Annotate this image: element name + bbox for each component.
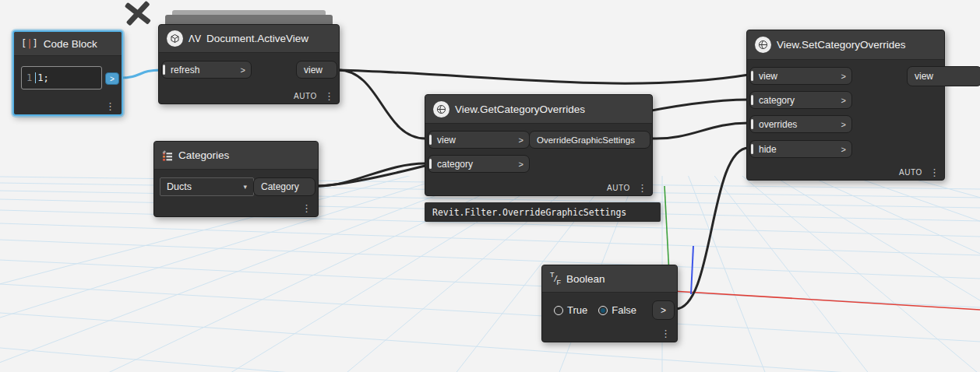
get-category-overrides-node[interactable]: View.GetCategoryOverrides view > categor… (425, 94, 653, 196)
port-chevron-icon: > (841, 96, 851, 105)
wire-category-to-get-category[interactable] (318, 163, 425, 186)
wire-activeview-to-get-view[interactable] (338, 70, 425, 139)
dynamo-canvas[interactable]: [|] Code Block 1 1; > ⋮ ΛV Document.Acti… (0, 0, 980, 372)
code-block-output-port[interactable]: > (105, 72, 119, 85)
output-type-tooltip: Revit.Filter.OverrideGraphicSettings (425, 202, 661, 222)
node-menu-dots[interactable]: ⋮ (661, 328, 671, 339)
option-false[interactable]: False (598, 304, 636, 316)
node-title: Document.ActiveView (206, 33, 308, 44)
document-activeview-node[interactable]: ΛV Document.ActiveView refresh > view AU… (158, 24, 340, 104)
port-chevron-icon: > (519, 160, 529, 169)
port-label: category (759, 95, 795, 106)
dropdown-value: Ducts (167, 181, 192, 192)
port-category-input[interactable]: category > (428, 155, 530, 173)
port-view-input[interactable]: view > (749, 67, 852, 85)
port-chevron-icon: > (661, 305, 666, 316)
boolean-header: T/F Boolean (542, 265, 677, 293)
port-category-input[interactable]: category > (749, 91, 852, 109)
set-node-icon (755, 37, 771, 53)
node-footer: AUTO ⋮ (607, 183, 647, 193)
port-chevron-icon: > (841, 72, 851, 81)
radio-true[interactable] (554, 306, 563, 315)
set-category-overrides-node[interactable]: View.SetCategoryOverrides view > categor… (746, 30, 945, 181)
port-label: refresh (171, 65, 199, 75)
chevron-down-icon: ▾ (243, 183, 247, 191)
code-text: 1; (37, 72, 48, 83)
text-caret-icon (35, 72, 36, 83)
wire-activeview-to-set-view[interactable] (338, 70, 749, 83)
code-block-editor[interactable]: 1 1; (21, 66, 102, 89)
radio-false[interactable] (598, 306, 608, 315)
get-node-icon (433, 101, 449, 118)
node-title: View.SetCategoryOverrides (777, 39, 906, 51)
node-title: Categories (178, 149, 229, 161)
wire-boolean-to-set-hide[interactable] (675, 148, 749, 309)
node-menu-dots[interactable]: ⋮ (105, 101, 115, 111)
boolean-options: True False (554, 304, 636, 316)
port-label: category (437, 159, 473, 170)
category-dropdown[interactable]: Ducts ▾ (160, 177, 254, 196)
activeview-header: ΛV Document.ActiveView (159, 25, 339, 53)
port-label: view (759, 71, 777, 82)
port-view-input[interactable]: view > (428, 131, 530, 149)
node-menu-dots[interactable]: ⋮ (324, 91, 334, 101)
node-title: View.GetCategoryOverrides (455, 104, 585, 115)
activeview-node-icon (167, 30, 183, 47)
port-boolean-output[interactable]: > (652, 300, 675, 320)
port-label: OverrideGraphicSettings (537, 135, 635, 145)
code-block-node[interactable]: [|] Code Block 1 1; > ⋮ (12, 30, 123, 116)
port-chevron-icon: > (841, 120, 851, 129)
wire-codeblock-to-refresh[interactable] (120, 70, 160, 78)
radio-label: False (612, 304, 636, 316)
port-refresh-input[interactable]: refresh > (161, 61, 252, 79)
true-false-icon: T/F (550, 271, 561, 286)
node-title: Code Block (44, 38, 97, 50)
port-label: view (915, 71, 933, 82)
code-block-icon: [|] (21, 38, 38, 49)
port-overrides-input[interactable]: overrides > (749, 115, 852, 133)
node-footer: AUTO ⋮ (899, 167, 939, 177)
port-label: hide (759, 144, 777, 155)
port-chevron-icon: > (519, 135, 529, 145)
option-true[interactable]: True (554, 304, 587, 316)
categories-icon (162, 150, 173, 161)
node-menu-dots[interactable]: ⋮ (637, 183, 647, 193)
lacing-badge[interactable]: AUTO (607, 184, 630, 192)
activeview-monogram: ΛV (189, 33, 201, 44)
port-overridegraphicsettings-output[interactable]: OverrideGraphicSettings (529, 131, 650, 149)
port-label: view (437, 135, 456, 146)
node-menu-dots[interactable]: ⋮ (929, 167, 939, 177)
boolean-node[interactable]: T/F Boolean True False > ⋮ (541, 265, 678, 342)
port-chevron-icon: > (241, 65, 251, 75)
port-view-output[interactable]: view (296, 61, 337, 79)
node-footer: AUTO ⋮ (294, 91, 334, 101)
set-header: View.SetCategoryOverrides (747, 30, 944, 60)
code-block-header: [|] Code Block (14, 32, 122, 56)
categories-node[interactable]: Categories Ducts ▾ Category ⋮ (153, 141, 319, 217)
node-title: Boolean (566, 273, 605, 285)
categories-header: Categories (154, 142, 318, 170)
lacing-badge[interactable]: AUTO (899, 168, 922, 177)
lacing-badge[interactable]: AUTO (294, 92, 317, 100)
wire-overrides-to-set-overrides[interactable] (651, 123, 749, 139)
radio-label: True (567, 304, 587, 316)
port-category-output[interactable]: Category (253, 177, 316, 196)
port-chevron-icon: > (841, 145, 851, 154)
port-label: view (304, 65, 323, 75)
port-view-output[interactable]: view (907, 66, 980, 86)
port-label: overrides (759, 119, 797, 130)
port-hide-input[interactable]: hide > (749, 140, 852, 158)
port-label: Category (261, 181, 299, 192)
line-number: 1 (26, 72, 32, 83)
get-header: View.GetCategoryOverrides (425, 95, 652, 124)
node-menu-dots[interactable]: ⋮ (301, 203, 312, 213)
